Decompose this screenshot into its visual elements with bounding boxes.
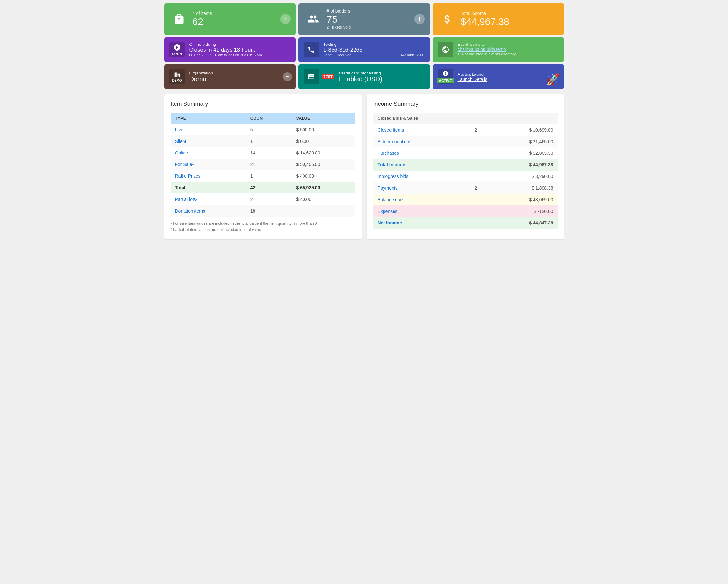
income-row: Bidder donations$ 21,465.00 — [373, 136, 558, 148]
active-badge: ACTIVE — [437, 78, 453, 83]
bidding-value: Closes in 41 days 18 hour... — [189, 47, 291, 53]
launch-label: Auctria Launch — [458, 72, 559, 77]
footnote: ¹ For sale item values are included in t… — [171, 220, 355, 227]
items-card: # of items 62 + — [164, 3, 296, 35]
income-summary-title: Income Summary — [373, 101, 558, 107]
bidders-card-content: # of bidders 75 2 Tickets Sold — [327, 8, 423, 30]
income-row: Balance due$ 43,069.00 — [373, 194, 558, 206]
income-row: Total Income$ 44,967.38 — [373, 159, 558, 170]
texting-card: Texting 1-866-316-2265 Sent: 0, Received… — [298, 37, 430, 62]
table-row: Live5$ 500.00 — [171, 124, 355, 135]
org-icon: DEMO — [170, 69, 185, 84]
item-summary: Item Summary TYPE COUNT VALUE Live5$ 500… — [164, 94, 362, 239]
items-value: 62 — [192, 16, 289, 27]
table-row: Online14$ 14,620.00 — [171, 147, 355, 159]
bidders-label: # of bidders — [327, 8, 423, 14]
income-card: Total income $44,967.38 — [433, 3, 564, 35]
website-label: Event web site — [458, 42, 559, 47]
bidding-content: Online bidding Closes in 41 days 18 hour… — [189, 42, 291, 57]
org-card: DEMO Organization Demo + — [164, 64, 296, 89]
items-add-button[interactable]: + — [280, 14, 291, 24]
org-value: Demo — [189, 76, 291, 83]
texting-label: Texting — [323, 42, 425, 47]
income-label: Total income — [461, 11, 558, 16]
bidding-sub: 06 Dec 2022 9:16 am to 22 Feb 2023 9:16 … — [189, 53, 291, 57]
org-content: Organization Demo — [189, 71, 291, 83]
launch-content: Auctria Launch Launch Details — [458, 72, 559, 82]
item-summary-title: Item Summary — [171, 101, 355, 107]
credit-icon — [304, 69, 319, 84]
website-content: Event web site charityauction.bid/Demo ✕… — [458, 42, 559, 56]
bidders-card: # of bidders 75 2 Tickets Sold + — [298, 3, 430, 35]
income-section-label: Closed Bids & Sales — [373, 112, 558, 124]
dollar-icon — [439, 11, 456, 27]
texting-content: Texting 1-866-316-2265 Sent: 0, Received… — [323, 42, 425, 57]
income-row: Closed Items2$ 10,699.00 — [373, 124, 558, 136]
table-row: Silent1$ 0.00 — [171, 135, 355, 147]
income-row: Payments2$ 1,898.38 — [373, 182, 558, 194]
bidding-icon: OPEN — [170, 42, 185, 57]
credit-card: TEST Credit card processing Enabled (USD… — [298, 64, 430, 89]
website-card: Event web site charityauction.bid/Demo ✕… — [433, 37, 564, 62]
website-note: ✕ Not included in events directory — [458, 52, 559, 56]
bidders-sub: 2 Tickets Sold — [327, 25, 423, 30]
org-label: Organization — [189, 71, 291, 76]
credit-value: Enabled (USD) — [339, 76, 425, 83]
credit-label: Credit card processing — [339, 71, 425, 76]
test-badge: TEST — [321, 74, 335, 79]
bidders-add-button[interactable]: + — [414, 14, 425, 24]
table-row: Partial lots²2$ 40.00 — [171, 193, 355, 205]
income-row: Net Income$ 44,847.38 — [373, 217, 558, 229]
globe-icon — [438, 42, 453, 57]
shopping-bag-icon — [171, 11, 187, 27]
items-label: # of items — [192, 11, 289, 16]
income-card-content: Total income $44,967.38 — [461, 11, 558, 27]
credit-content: Credit card processing Enabled (USD) — [339, 71, 425, 83]
income-row: Expenses$ -120.00 — [373, 206, 558, 217]
texting-sub2: Available: 2000 — [400, 53, 424, 57]
table-row: Total42$ 65,925.00 — [171, 182, 355, 193]
col-type: TYPE — [171, 112, 246, 124]
income-row: Purchases$ 12,803.38 — [373, 148, 558, 159]
income-summary: Income Summary Closed Bids & Sales Close… — [367, 94, 564, 239]
rocket-icon: 🚀 — [546, 73, 560, 86]
demo-badge: DEMO — [172, 79, 182, 82]
launch-card: ACTIVE Auctria Launch Launch Details 🚀 — [433, 64, 564, 89]
table-row: Donation items18 — [171, 205, 355, 217]
bidding-label: Online bidding — [189, 42, 291, 47]
col-value: VALUE — [292, 112, 355, 124]
info-icon: ACTIVE — [438, 69, 453, 84]
phone-icon — [304, 42, 319, 57]
launch-link[interactable]: Launch Details — [458, 77, 559, 82]
income-value: $44,967.38 — [461, 16, 558, 27]
table-row: Raffle Prizes1$ 400.00 — [171, 170, 355, 182]
table-row: For Sale¹21$ 50,405.00 — [171, 159, 355, 170]
texting-number: 1-866-316-2265 — [323, 47, 425, 53]
texting-sub1: Sent: 0, Received: 0 — [323, 53, 356, 57]
col-count: COUNT — [246, 112, 292, 124]
footnote: ² Partial lot item values are not includ… — [171, 227, 355, 233]
org-add-button[interactable]: + — [283, 72, 292, 81]
items-card-content: # of items 62 — [192, 11, 289, 27]
website-link[interactable]: charityauction.bid/Demo — [458, 47, 559, 52]
open-badge: OPEN — [172, 51, 182, 56]
bidding-card: OPEN Online bidding Closes in 41 days 18… — [164, 37, 296, 62]
income-row: Inprogress bids$ 3,290.00 — [373, 170, 558, 182]
bidders-icon — [305, 11, 321, 27]
bidders-value: 75 — [327, 14, 423, 25]
